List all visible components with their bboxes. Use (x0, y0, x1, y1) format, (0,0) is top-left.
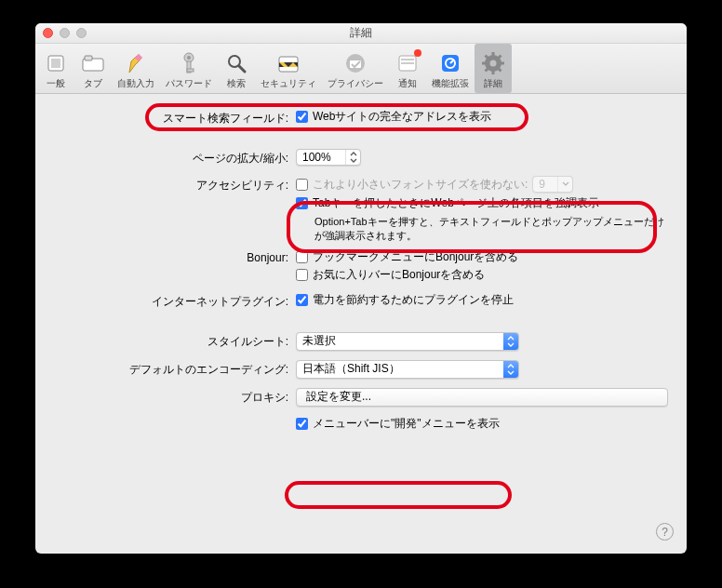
svg-rect-3 (85, 56, 92, 60)
develop-menu-label: メニューバーに"開発"メニューを表示 (313, 416, 500, 432)
tab-highlight-hint: Option+Tabキーを押すと、テキストフィールドとポップアップメニューだけが… (314, 215, 668, 244)
encoding-select[interactable]: 日本語（Shift JIS） (296, 360, 519, 379)
svg-rect-23 (492, 52, 495, 56)
svg-rect-8 (187, 69, 194, 72)
font-min-checkbox[interactable] (296, 179, 308, 191)
proxy-button-label: 設定を変更... (306, 389, 371, 405)
tab-label: 詳細 (484, 77, 502, 90)
develop-menu-checkbox[interactable] (296, 418, 308, 430)
zoom-label: ページの拡大/縮小: (54, 149, 296, 167)
tab-label: 通知 (398, 77, 417, 90)
encoding-value: 日本語（Shift JIS） (297, 361, 406, 377)
bonjour-favorites-row[interactable]: お気に入りバーにBonjourを含める (296, 267, 668, 283)
notification-badge (414, 49, 421, 57)
font-min-row[interactable]: これより小さいフォントサイズを使わない: 9 (296, 176, 668, 193)
bonjour-favorites-label: お気に入りバーにBonjourを含める (313, 267, 485, 283)
plugins-stop-label: 電力を節約するためにプラグインを停止 (313, 292, 514, 308)
tab-label: 機能拡張 (432, 77, 469, 90)
proxy-change-button[interactable]: 設定を変更... (296, 388, 668, 407)
window-title: 詳細 (35, 25, 687, 41)
stylesheet-label: スタイルシート: (54, 332, 296, 350)
notifications-icon (395, 51, 420, 75)
tab-privacy[interactable]: プライバシー (322, 44, 389, 93)
help-label: ? (662, 526, 668, 539)
plugins-label: インターネットプラグイン: (54, 292, 296, 310)
bonjour-bookmarks-row[interactable]: ブックマークメニューにBonjourを含める (296, 249, 668, 265)
chevron-down-icon (557, 177, 572, 192)
bonjour-bookmarks-checkbox[interactable] (296, 251, 308, 263)
tab-label: パスワード (166, 77, 212, 90)
tab-highlight-label: Tabキーを押したときにWebページ上の各項目を強調表示 (313, 195, 599, 211)
general-icon (44, 51, 68, 75)
encoding-label: デフォルトのエンコーディング: (54, 360, 296, 378)
svg-point-6 (187, 56, 191, 60)
content-pane: スマート検索フィールド: Webサイトの完全なアドレスを表示 ページの拡大/縮小… (35, 94, 687, 450)
font-min-select[interactable]: 9 (532, 176, 573, 193)
tab-extensions[interactable]: 機能拡張 (426, 44, 475, 93)
chevron-updown-icon (503, 333, 518, 350)
tab-label: タブ (84, 77, 102, 90)
chevron-updown-icon (345, 150, 360, 165)
tab-label: 検索 (227, 77, 246, 90)
svg-rect-25 (482, 62, 486, 65)
svg-rect-16 (401, 59, 414, 60)
titlebar: 詳細 (35, 23, 687, 44)
accessibility-label: アクセシビリティ: (54, 176, 296, 194)
chevron-updown-icon (503, 361, 518, 378)
svg-line-10 (239, 66, 245, 72)
security-icon (276, 51, 301, 75)
svg-rect-24 (492, 71, 495, 74)
extensions-icon (438, 51, 462, 75)
plugins-stop-checkbox[interactable] (296, 294, 308, 306)
tab-notifications[interactable]: 通知 (389, 44, 426, 93)
tab-passwords[interactable]: パスワード (160, 44, 218, 93)
search-icon (224, 51, 248, 75)
annotation-highlight (285, 481, 512, 509)
tab-search[interactable]: 検索 (218, 44, 255, 93)
stylesheet-value: 未選択 (297, 333, 341, 349)
tab-advanced[interactable]: 詳細 (475, 44, 512, 93)
tab-highlight-row[interactable]: Tabキーを押したときにWebページ上の各項目を強調表示 (296, 195, 668, 211)
key-icon (177, 51, 201, 75)
tab-highlight-checkbox[interactable] (296, 197, 308, 209)
show-full-address-label: Webサイトの完全なアドレスを表示 (313, 109, 491, 125)
develop-menu-row[interactable]: メニューバーに"開発"メニューを表示 (296, 416, 668, 432)
tab-general[interactable]: 一般 (37, 44, 74, 93)
toolbar: 一般 タブ 自動入力 パスワード 検索 (35, 44, 687, 94)
tab-security[interactable]: セキュリティ (255, 44, 322, 93)
bonjour-label: Bonjour: (54, 249, 296, 264)
svg-rect-17 (401, 62, 414, 64)
gear-icon (481, 51, 505, 75)
tab-label: プライバシー (328, 77, 383, 90)
show-full-address-checkbox[interactable] (296, 111, 308, 123)
preferences-window: 詳細 一般 タブ 自動入力 パスワード (35, 23, 687, 554)
show-full-address-row[interactable]: Webサイトの完全なアドレスを表示 (296, 109, 668, 125)
tab-tabs[interactable]: タブ (74, 44, 112, 93)
font-min-value: 9 (533, 178, 551, 191)
autofill-icon (124, 51, 148, 75)
stylesheet-select[interactable]: 未選択 (296, 332, 519, 351)
font-min-label: これより小さいフォントサイズを使わない: (313, 177, 528, 193)
tab-label: 一般 (47, 77, 65, 90)
zoom-value: 100% (297, 151, 337, 164)
bonjour-bookmarks-label: ブックマークメニューにBonjourを含める (313, 249, 518, 265)
smart-search-label: スマート検索フィールド: (54, 109, 296, 127)
zoom-select[interactable]: 100% (296, 149, 361, 166)
tab-autofill[interactable]: 自動入力 (112, 44, 160, 93)
proxy-label: プロキシ: (54, 388, 296, 406)
svg-rect-26 (501, 62, 504, 65)
tab-label: セキュリティ (261, 77, 316, 90)
tab-label: 自動入力 (117, 77, 154, 90)
help-button[interactable]: ? (656, 523, 674, 541)
tabs-icon (81, 51, 105, 75)
plugins-stop-row[interactable]: 電力を節約するためにプラグインを停止 (296, 292, 668, 308)
svg-rect-1 (51, 59, 60, 68)
privacy-icon (343, 51, 368, 75)
svg-point-22 (490, 60, 497, 67)
bonjour-favorites-checkbox[interactable] (296, 269, 308, 281)
